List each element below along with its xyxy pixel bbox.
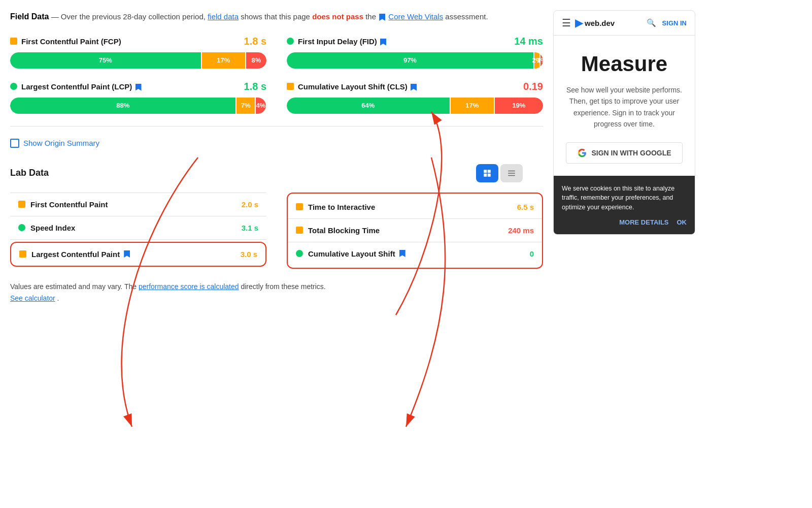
cls-icon bbox=[287, 83, 294, 90]
grid-view-button[interactable] bbox=[476, 164, 498, 182]
field-data-header: Field Data — Over the previous 28-day co… bbox=[10, 10, 543, 23]
svg-rect-2 bbox=[484, 173, 487, 176]
core-web-vitals-link[interactable]: Core Web Vitals bbox=[388, 12, 443, 21]
cls-value: 0.19 bbox=[523, 81, 543, 92]
lcp-bar-orange: 7% bbox=[236, 98, 254, 114]
search-icon[interactable]: 🔍 bbox=[647, 18, 656, 27]
lab-tti-icon bbox=[296, 203, 303, 210]
lcp-flag-icon bbox=[136, 84, 142, 91]
footer-text3: . bbox=[57, 294, 59, 302]
lab-left-column: First Contentful Paint 2.0 s Speed Index… bbox=[10, 193, 266, 269]
fid-bar-green: 97% bbox=[287, 52, 533, 69]
webdev-body: Measure See how well your website perfor… bbox=[554, 36, 695, 176]
lab-right-column: Time to Interactive 6.5 s Total Blocking… bbox=[287, 193, 543, 269]
measure-title: Measure bbox=[566, 52, 683, 76]
fid-value: 14 ms bbox=[514, 36, 543, 47]
lcp-bar-green: 88% bbox=[10, 98, 235, 114]
fid-icon bbox=[287, 38, 294, 45]
origin-summary-checkbox[interactable] bbox=[10, 139, 19, 148]
header-desc3: the bbox=[365, 12, 378, 21]
lab-fcp-icon bbox=[18, 201, 25, 208]
metric-fid: First Input Delay (FID) 14 ms 97% 2% 1% bbox=[287, 36, 543, 69]
lcp-value: 1.8 s bbox=[244, 81, 266, 92]
lab-cls-value: 0 bbox=[530, 249, 534, 258]
svg-rect-5 bbox=[508, 173, 515, 174]
fid-name: First Input Delay (FID) bbox=[298, 37, 510, 46]
ok-button[interactable]: OK bbox=[677, 218, 687, 226]
cls-bar: 64% 17% 19% bbox=[287, 98, 543, 114]
lab-tti-value: 6.5 s bbox=[517, 203, 534, 211]
lab-speed-index-icon bbox=[18, 224, 25, 231]
lab-lcp-name: Largest Contentful Paint bbox=[31, 250, 235, 259]
lab-tbt-value: 240 ms bbox=[508, 226, 534, 235]
fcp-bar: 75% 17% 8% bbox=[10, 52, 266, 69]
cls-name: Cumulative Layout Shift (CLS) bbox=[298, 82, 519, 91]
measure-desc: See how well your website performs. Then… bbox=[566, 84, 683, 130]
hamburger-icon[interactable]: ☰ bbox=[562, 17, 571, 29]
fcp-name: First Contentful Paint (FCP) bbox=[21, 37, 240, 46]
lab-cls: Cumulative Layout Shift 0 bbox=[288, 242, 542, 265]
webdev-site-name: web.dev bbox=[585, 19, 615, 27]
does-not-pass-label: does not pass bbox=[312, 12, 363, 21]
lab-tti: Time to Interactive 6.5 s bbox=[288, 196, 542, 219]
signin-link[interactable]: SIGN IN bbox=[662, 19, 687, 27]
lab-cls-flag-icon bbox=[399, 250, 405, 257]
lab-lcp-flag-icon bbox=[124, 250, 130, 258]
webdev-card: ☰ ▶ web.dev 🔍 SIGN IN Measure See how we… bbox=[553, 10, 695, 235]
lab-lcp: Largest Contentful Paint 3.0 s bbox=[10, 242, 266, 267]
lcp-header: Largest Contentful Paint (LCP) 1.8 s bbox=[10, 81, 266, 92]
field-data-link[interactable]: field data bbox=[208, 12, 239, 21]
fcp-bar-green: 75% bbox=[10, 52, 201, 69]
header-desc4: assessment. bbox=[445, 12, 488, 21]
view-toggle[interactable] bbox=[476, 164, 523, 182]
webdev-arrow-icon: ▶ bbox=[575, 17, 583, 29]
footer-text1: Values are estimated and may vary. The bbox=[10, 282, 139, 291]
footer-text2: directly from these metrics. bbox=[241, 282, 325, 291]
svg-rect-6 bbox=[508, 175, 515, 176]
svg-rect-3 bbox=[488, 173, 491, 176]
field-metrics-grid: First Contentful Paint (FCP) 1.8 s 75% 1… bbox=[10, 36, 543, 126]
lab-cls-name: Cumulative Layout Shift bbox=[308, 249, 525, 258]
right-panel: ☰ ▶ web.dev 🔍 SIGN IN Measure See how we… bbox=[553, 10, 695, 498]
fid-bar-red: 1% bbox=[540, 52, 543, 69]
fcp-bar-red: 8% bbox=[246, 52, 266, 69]
lcp-bar: 88% 7% 4% bbox=[10, 98, 266, 114]
lab-data-title: Lab Data bbox=[10, 168, 49, 178]
core-web-vitals-flag-icon bbox=[379, 14, 385, 21]
fid-bar: 97% 2% 1% bbox=[287, 52, 543, 69]
lcp-bar-red: 4% bbox=[256, 98, 266, 114]
metric-fcp: First Contentful Paint (FCP) 1.8 s 75% 1… bbox=[10, 36, 266, 69]
lab-tbt-icon bbox=[296, 227, 303, 234]
lab-tbt: Total Blocking Time 240 ms bbox=[288, 219, 542, 242]
footer-note: Values are estimated and may vary. The p… bbox=[10, 281, 543, 305]
fid-header: First Input Delay (FID) 14 ms bbox=[287, 36, 543, 47]
cookie-buttons: MORE DETAILS OK bbox=[562, 218, 687, 226]
list-view-button[interactable] bbox=[500, 164, 523, 182]
cls-flag-icon bbox=[411, 84, 417, 91]
field-data-label: Field Data bbox=[10, 12, 49, 21]
lab-speed-index: Speed Index 3.1 s bbox=[10, 216, 266, 240]
cls-header: Cumulative Layout Shift (CLS) 0.19 bbox=[287, 81, 543, 92]
more-details-button[interactable]: MORE DETAILS bbox=[619, 218, 668, 226]
fid-flag-icon bbox=[380, 39, 386, 46]
calculator-link[interactable]: See calculator bbox=[10, 294, 55, 302]
lab-lcp-icon bbox=[19, 250, 26, 258]
fcp-bar-orange: 17% bbox=[202, 52, 245, 69]
lab-metrics-grid: First Contentful Paint 2.0 s Speed Index… bbox=[10, 193, 543, 269]
cookie-text: We serve cookies on this site to analyze… bbox=[562, 185, 674, 211]
performance-score-link[interactable]: performance score is calculated bbox=[139, 282, 239, 291]
fcp-header: First Contentful Paint (FCP) 1.8 s bbox=[10, 36, 266, 47]
lab-fcp-name: First Contentful Paint bbox=[30, 200, 236, 209]
lab-speed-index-name: Speed Index bbox=[30, 224, 236, 232]
fcp-value: 1.8 s bbox=[244, 36, 266, 47]
origin-summary-label: Show Origin Summary bbox=[23, 139, 99, 147]
lab-lcp-value: 3.0 s bbox=[241, 250, 257, 259]
webdev-logo: ▶ web.dev bbox=[575, 17, 642, 29]
lab-cls-icon bbox=[296, 250, 303, 257]
metric-lcp: Largest Contentful Paint (LCP) 1.8 s 88%… bbox=[10, 81, 266, 114]
lab-tti-name: Time to Interactive bbox=[308, 203, 512, 211]
google-signin-label: SIGN IN WITH GOOGLE bbox=[591, 149, 671, 157]
origin-summary-row[interactable]: Show Origin Summary bbox=[10, 139, 543, 148]
google-signin-button[interactable]: SIGN IN WITH GOOGLE bbox=[566, 142, 683, 164]
cls-bar-orange: 17% bbox=[451, 98, 494, 114]
